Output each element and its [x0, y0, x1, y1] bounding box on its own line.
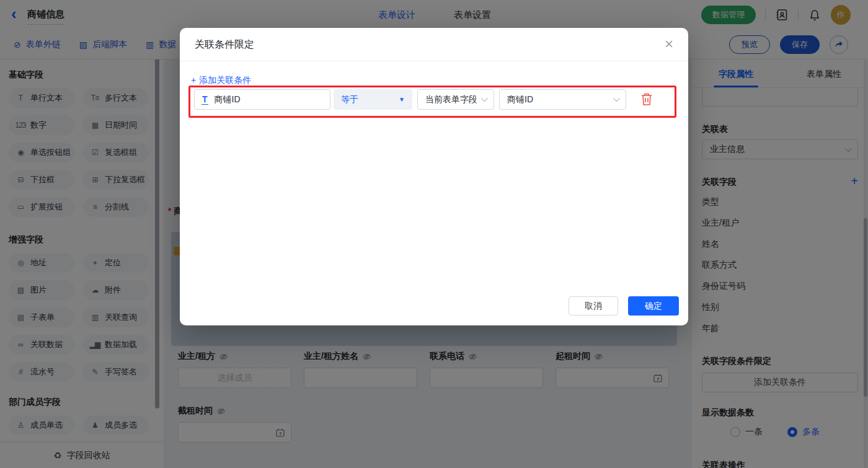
source-type-select[interactable]: 当前表单字段 [417, 89, 494, 110]
delete-condition-trash-icon[interactable] [640, 92, 653, 107]
modal-title: 关联条件限定 [195, 38, 254, 51]
add-condition-link[interactable]: +添加关联条件 [191, 75, 251, 86]
operator-select[interactable]: 等于 ▼ [334, 89, 412, 110]
source-field-value: 商铺ID [507, 94, 533, 105]
text-field-type-icon: T [202, 95, 208, 105]
operator-value: 等于 [341, 94, 358, 105]
modal-header: 关联条件限定 × [180, 28, 688, 61]
close-icon[interactable]: × [665, 35, 673, 53]
caret-down-icon: ▼ [399, 96, 405, 103]
app-window: ‹ 商铺信息 表单设计表单设置 数据管理 作 [0, 0, 868, 468]
confirm-button[interactable]: 确定 [628, 296, 679, 316]
chevron-down-icon [613, 95, 620, 102]
plus-icon: + [191, 75, 196, 85]
condition-field-input[interactable]: T 商铺ID [194, 89, 330, 110]
chevron-down-icon [481, 95, 488, 102]
source-type-value: 当前表单字段 [425, 94, 477, 105]
condition-modal: 关联条件限定 × +添加关联条件 T 商铺ID 等于 ▼ 当前表单字段 商铺ID [180, 28, 688, 325]
source-field-select[interactable]: 商铺ID [499, 89, 626, 110]
condition-field-value: 商铺ID [215, 94, 241, 105]
cancel-button[interactable]: 取消 [569, 296, 618, 316]
